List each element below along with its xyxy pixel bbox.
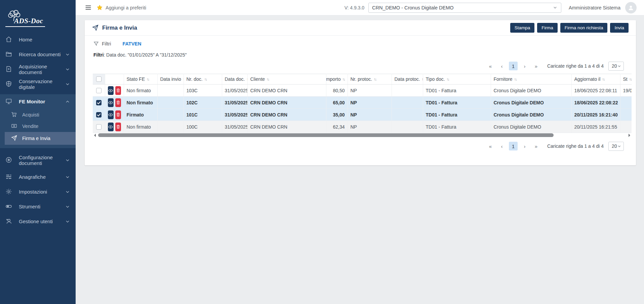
company-select[interactable]: CRN_DEMO - Cronus Digitale DEMO (368, 3, 561, 13)
tab-filtri[interactable]: Filtri (93, 41, 111, 46)
sidebar-item-ricerca-documenti[interactable]: Ricerca documenti (0, 47, 76, 62)
last-page-button[interactable]: » (532, 142, 540, 150)
column-header[interactable]: Importo↑↓ (326, 74, 348, 85)
cell-fornitore: Cronus Digitale DEMO (491, 109, 571, 121)
column-header[interactable]: Cliente↑↓ (247, 74, 326, 85)
add-to-favorites[interactable]: Aggiungi a preferiti (96, 4, 146, 11)
sort-icon[interactable]: ↑↓ (514, 77, 517, 81)
sidebar-item-acquisti[interactable]: Acquisti (0, 109, 76, 121)
sidebar-item-strumenti[interactable]: Strumenti (0, 199, 76, 214)
column-header[interactable]: Data protoc.↑↓ (392, 74, 423, 85)
sort-icon[interactable]: ↑↓ (629, 77, 632, 81)
view-document-button[interactable] (108, 86, 114, 95)
sidebar-item-anagrafiche[interactable]: Anagrafiche (0, 170, 76, 184)
sort-icon[interactable]: ↑↓ (267, 77, 269, 81)
select-all-checkbox[interactable] (96, 76, 102, 82)
view-document-button[interactable] (108, 123, 114, 131)
view-document-button[interactable] (108, 98, 114, 107)
page-size-select[interactable]: 20 (608, 62, 624, 71)
hamburger-menu-icon[interactable] (85, 4, 92, 11)
scrollbar-thumb[interactable] (98, 133, 554, 137)
last-page-button[interactable]: » (532, 62, 540, 70)
pagination-top: « ‹ 1 › » Caricate righe da 1 a 4 di 4 2… (85, 61, 636, 71)
sort-icon[interactable]: ↑↓ (147, 77, 149, 81)
invia-button[interactable]: Invia (610, 23, 629, 33)
column-header[interactable]: Tipo doc.↑↓ (423, 74, 491, 85)
column-header[interactable]: Data doc.↑↓ (222, 74, 247, 85)
cell-tipo_doc: TD01 - Fattura (423, 109, 491, 121)
first-page-button[interactable]: « (486, 62, 495, 70)
prev-page-button[interactable]: ‹ (497, 62, 506, 70)
sidebar-item-firma-e-invia[interactable]: Firma e Invia (5, 132, 76, 145)
send-icon (92, 25, 98, 31)
cell-data_doc: 31/05/2025 (222, 97, 247, 109)
column-header[interactable]: St↑↓ (620, 74, 632, 85)
column-header[interactable]: Data invio↑↓ (157, 74, 184, 85)
cell-stato (620, 97, 632, 109)
current-page-button[interactable]: 1 (509, 142, 518, 150)
documents-table-wrap: Stato FE↑↓Data invio↑↓Nr. doc.↑↓Data doc… (93, 74, 632, 133)
page-size-select[interactable]: 20 (608, 142, 624, 151)
column-header[interactable]: Stato FE↑↓ (124, 74, 157, 85)
next-page-button[interactable]: › (520, 142, 529, 150)
logo-text: ADS-Doc (14, 17, 43, 25)
star-icon (96, 4, 103, 11)
first-page-button[interactable]: « (486, 142, 495, 150)
firma-button[interactable]: Firma (537, 23, 558, 33)
delete-document-button[interactable] (115, 98, 121, 107)
cell-cliente: CRN DEMO CRN (247, 85, 326, 97)
sort-icon[interactable]: ↑↓ (374, 77, 376, 81)
row-checkbox[interactable] (96, 100, 102, 105)
horizontal-scrollbar[interactable] (93, 133, 632, 137)
row-checkbox[interactable] (96, 112, 102, 117)
column-header[interactable]: Aggiornato il↑↓ (571, 74, 620, 85)
sidebar-item-vendite[interactable]: Vendite (0, 121, 76, 132)
user-avatar[interactable] (625, 2, 637, 13)
cell-aggiornato: 20/11/2025 16:21:55 (571, 121, 620, 133)
sort-icon[interactable]: ↑↓ (343, 77, 345, 81)
column-header[interactable]: Nr. protoc.↑↓ (348, 74, 392, 85)
sidebar-item-conservazione-digitale[interactable]: Conservazione digitale (0, 77, 76, 92)
sort-icon[interactable]: ↑↓ (447, 77, 449, 81)
funnel-icon (93, 41, 99, 46)
sidebar-item-acquisizione-documenti[interactable]: Acquisizione documenti (0, 62, 76, 77)
stampa-button[interactable]: Stampa (510, 23, 535, 33)
delete-document-button[interactable] (115, 86, 121, 95)
sort-icon[interactable]: ↑↓ (602, 77, 604, 81)
firma-non-richiesta-button[interactable]: Firma non richiesta (560, 23, 608, 33)
delete-document-button[interactable] (115, 123, 121, 131)
cell-cliente: CRN DEMO CRN (247, 97, 326, 109)
cell-tipo_doc: TD01 - Fattura (423, 121, 491, 133)
row-checkbox[interactable] (96, 124, 102, 130)
sidebar-item-gestione-utenti[interactable]: Gestione utenti (0, 214, 76, 229)
table-row: Non firmato100C31/05/2025CRN DEMO CRN62,… (93, 121, 632, 133)
sidebar-item-home[interactable]: Home (0, 32, 76, 47)
delete-document-button[interactable] (115, 110, 121, 119)
cell-tipo_doc: TD01 - Fattura (423, 85, 491, 97)
sidebar-item-impostazioni[interactable]: Impostazioni (0, 184, 76, 199)
version-label: V: 4.9.3.0 (345, 5, 364, 10)
prev-page-button[interactable]: ‹ (497, 142, 506, 150)
document-add-icon (5, 66, 13, 73)
next-page-button[interactable]: › (520, 62, 529, 70)
sidebar-item-configurazione-documenti[interactable]: Configurazione documenti (0, 151, 76, 170)
app-logo: ADS-Doc (0, 0, 76, 30)
chevron-down-icon (617, 64, 621, 68)
send-icon (11, 135, 18, 142)
scroll-right-arrow[interactable] (629, 134, 630, 137)
current-page-button[interactable]: 1 (509, 62, 518, 70)
cell-data_protoc (392, 97, 423, 109)
company-select-value: CRN_DEMO - Cronus Digitale DEMO (372, 5, 454, 10)
cell-nr_doc: 102C (184, 97, 222, 109)
scroll-left-arrow[interactable] (94, 134, 96, 137)
column-header[interactable]: Nr. doc.↑↓ (184, 74, 222, 85)
gear-icon (5, 188, 13, 196)
tab-fatven[interactable]: FATVEN (122, 41, 141, 46)
column-header[interactable]: Fornitore↑↓ (491, 74, 571, 85)
filter-value: : Data doc. "01/01/2025" A "31/12/2025" (104, 52, 187, 58)
cell-nr_doc: 103C (184, 85, 222, 97)
row-checkbox[interactable] (96, 88, 102, 93)
view-document-button[interactable] (108, 110, 114, 119)
sort-icon[interactable]: ↑↓ (204, 77, 207, 81)
sidebar-item-fe-monitor[interactable]: FE Monitor (0, 94, 76, 109)
